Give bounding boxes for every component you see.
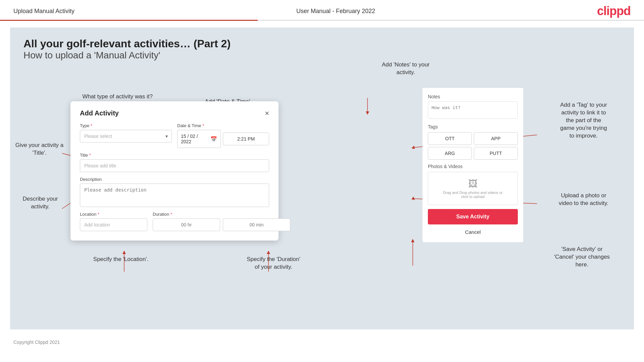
manual-title: User Manual - February 2022 xyxy=(296,8,375,15)
duration-group: Duration * xyxy=(153,212,290,231)
tag-ott[interactable]: OTT xyxy=(428,132,472,145)
type-select[interactable]: Please select xyxy=(80,130,172,143)
tag-putt[interactable]: PUTT xyxy=(474,147,518,160)
svg-marker-9 xyxy=(122,251,126,254)
annotation-save-cancel: 'Save Activity' or'Cancel' your changesh… xyxy=(537,246,627,269)
phone-inner: Notes Tags OTT APP ARG PUTT Photos & Vid… xyxy=(423,88,523,242)
type-label: Type * xyxy=(80,123,172,128)
location-group: Location * xyxy=(80,212,147,231)
duration-label: Duration * xyxy=(153,212,290,217)
main-content: All your golf-relevant activities… (Part… xyxy=(10,28,634,329)
dialog-title: Add Activity xyxy=(80,109,119,117)
tags-grid: OTT APP ARG PUTT xyxy=(428,132,518,160)
type-select-wrapper[interactable]: Please select ▾ xyxy=(80,130,172,143)
time-input[interactable]: 2:21 PM xyxy=(223,133,269,145)
tag-app[interactable]: APP xyxy=(474,132,518,145)
dialog-header: Add Activity × xyxy=(80,109,269,117)
date-input[interactable]: 15 / 02 / 2022 📅 xyxy=(177,130,221,148)
close-button[interactable]: × xyxy=(265,110,269,117)
description-label: Description xyxy=(80,177,269,182)
date-value: 15 / 02 / 2022 xyxy=(181,134,209,144)
svg-marker-15 xyxy=(411,146,415,149)
annotation-location: Specify the 'Location'. xyxy=(82,256,159,263)
notes-label: Notes xyxy=(428,94,518,99)
type-datetime-row: Type * Please select ▾ Date & Time * 15 … xyxy=(80,123,269,148)
type-group: Type * Please select ▾ xyxy=(80,123,172,148)
calendar-icon: 📅 xyxy=(210,136,217,142)
tag-arg[interactable]: ARG xyxy=(428,147,472,160)
annotation-notes: Add 'Notes' to youractivity. xyxy=(369,61,443,76)
page-title-sub: How to upload a 'Manual Activity' xyxy=(23,50,621,61)
page-title-area: All your golf-relevant activities… (Part… xyxy=(23,38,621,61)
duration-inputs xyxy=(153,218,290,231)
tags-label: Tags xyxy=(428,124,518,130)
logo: clippd xyxy=(597,4,631,18)
add-activity-dialog: Add Activity × Type * Please select ▾ Da… xyxy=(70,101,279,241)
phone-panel: Notes Tags OTT APP ARG PUTT Photos & Vid… xyxy=(423,88,523,242)
upload-icon: 🖼 xyxy=(432,178,514,189)
location-input[interactable] xyxy=(80,218,147,231)
annotation-describe: Describe youractivity. xyxy=(10,195,70,211)
top-bar: Upload Manual Activity User Manual - Feb… xyxy=(0,0,644,21)
annotation-tag: Add a 'Tag' to youractivity to link it t… xyxy=(540,101,627,140)
page-title-main: All your golf-relevant activities… (Part… xyxy=(23,38,621,50)
annotation-duration: Specify the 'Duration'of your activity. xyxy=(225,256,322,271)
location-duration-row: Location * Duration * xyxy=(80,212,269,231)
photos-upload-area[interactable]: 🖼 Drag and Drop photos and videos orclic… xyxy=(428,172,518,205)
date-time-row: 15 / 02 / 2022 📅 2:21 PM xyxy=(177,130,269,148)
title-input[interactable] xyxy=(80,159,269,172)
datetime-group: Date & Time * 15 / 02 / 2022 📅 2:21 PM xyxy=(177,123,269,148)
photos-label: Photos & Videos xyxy=(428,164,518,169)
svg-marker-19 xyxy=(411,239,414,242)
svg-marker-11 xyxy=(267,251,270,254)
footer-text: Copyright Clippd 2021 xyxy=(13,340,60,345)
datetime-label: Date & Time * xyxy=(177,123,269,128)
title-label: Title * xyxy=(80,153,269,158)
description-textarea[interactable] xyxy=(80,184,269,207)
page-label: Upload Manual Activity xyxy=(13,8,75,15)
cancel-link[interactable]: Cancel xyxy=(428,227,518,237)
annotation-upload: Upload a photo orvideo to the activity. xyxy=(540,192,627,207)
duration-min-input[interactable] xyxy=(223,218,290,231)
title-group: Title * xyxy=(80,153,269,172)
svg-marker-17 xyxy=(411,197,415,200)
duration-hr-input[interactable] xyxy=(153,218,220,231)
annotation-give-title: Give your activity a'Title'. xyxy=(10,142,69,157)
footer: Copyright Clippd 2021 xyxy=(0,336,644,348)
save-activity-button[interactable]: Save Activity xyxy=(428,209,518,224)
upload-text: Drag and Drop photos and videos orclick … xyxy=(432,191,514,199)
notes-textarea[interactable] xyxy=(428,101,518,119)
svg-marker-13 xyxy=(366,111,369,115)
description-group: Description xyxy=(80,177,269,207)
location-label: Location * xyxy=(80,212,147,217)
